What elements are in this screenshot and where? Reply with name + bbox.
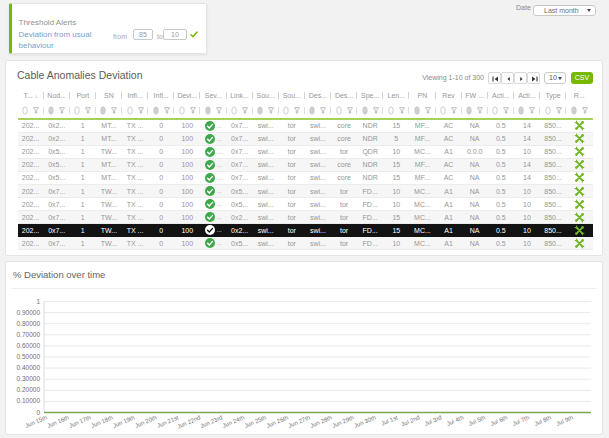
svg-text:Jul 9th: Jul 9th xyxy=(555,414,574,426)
svg-text:0.20000: 0.20000 xyxy=(17,386,41,393)
svg-text:0.90000: 0.90000 xyxy=(17,309,41,316)
svg-text:Jun 20th: Jun 20th xyxy=(134,414,158,429)
svg-text:Jul 2nd: Jul 2nd xyxy=(400,414,420,427)
svg-text:Jun 28th: Jun 28th xyxy=(309,414,333,429)
svg-text:Jul 4th: Jul 4th xyxy=(446,414,465,426)
svg-text:Jun 25th: Jun 25th xyxy=(244,414,268,429)
svg-text:Jun 30th: Jun 30th xyxy=(353,414,377,429)
svg-text:Jul 1st: Jul 1st xyxy=(380,414,399,426)
svg-text:Jun 22nd: Jun 22nd xyxy=(176,414,201,429)
svg-text:Jun 19th: Jun 19th xyxy=(112,414,136,429)
svg-text:Jun 26th: Jun 26th xyxy=(265,414,289,429)
svg-text:Jun 24th: Jun 24th xyxy=(222,414,246,429)
svg-text:Jun 23rd: Jun 23rd xyxy=(199,414,223,429)
svg-text:Jun 17th: Jun 17th xyxy=(68,414,92,429)
svg-text:0: 0 xyxy=(36,409,40,416)
svg-text:0.60000: 0.60000 xyxy=(17,342,41,349)
svg-text:Jul 3rd: Jul 3rd xyxy=(424,414,443,427)
svg-text:0.70000: 0.70000 xyxy=(17,331,41,338)
svg-text:Jun 16th: Jun 16th xyxy=(46,414,70,429)
svg-text:0.10000: 0.10000 xyxy=(17,397,41,404)
svg-text:0.50000: 0.50000 xyxy=(17,353,41,360)
svg-text:Jun 21st: Jun 21st xyxy=(156,414,180,429)
svg-text:Jun 29th: Jun 29th xyxy=(331,414,355,429)
svg-text:0.80000: 0.80000 xyxy=(17,320,41,327)
svg-text:Jul 6th: Jul 6th xyxy=(490,414,509,426)
svg-text:Jul 7th: Jul 7th xyxy=(512,414,531,426)
svg-text:Jun 15th: Jun 15th xyxy=(24,414,48,429)
svg-text:0.30000: 0.30000 xyxy=(17,375,41,382)
svg-text:Jun 18th: Jun 18th xyxy=(90,414,114,429)
svg-text:Jul 8th: Jul 8th xyxy=(533,414,552,426)
svg-text:1: 1 xyxy=(36,298,40,305)
svg-text:Jun 27th: Jun 27th xyxy=(287,414,311,429)
svg-text:Jul 5th: Jul 5th xyxy=(468,414,487,426)
svg-text:0.40000: 0.40000 xyxy=(17,364,41,371)
